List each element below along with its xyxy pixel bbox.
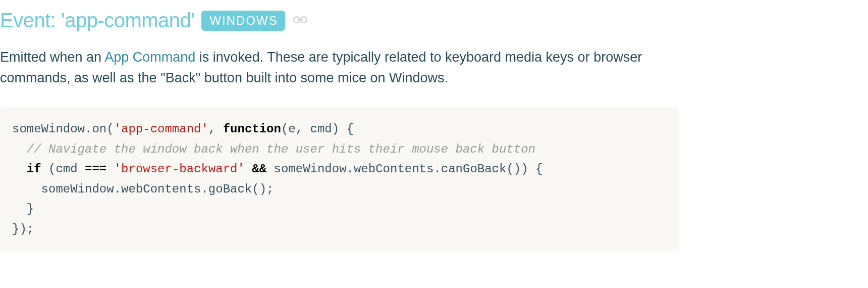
heading-title: Event: 'app-command' <box>0 9 194 32</box>
section-heading: Event: 'app-command' WINDOWS <box>0 0 868 32</box>
code-example: someWindow.on('app-command', function(e,… <box>0 107 679 252</box>
platform-badge-windows: WINDOWS <box>201 11 285 31</box>
link-icon <box>292 14 308 27</box>
desc-pre: Emitted when an <box>0 50 104 65</box>
event-description: Emitted when an App Command is invoked. … <box>0 47 676 88</box>
permalink-link[interactable] <box>292 14 308 27</box>
app-command-link[interactable]: App Command <box>104 50 195 65</box>
